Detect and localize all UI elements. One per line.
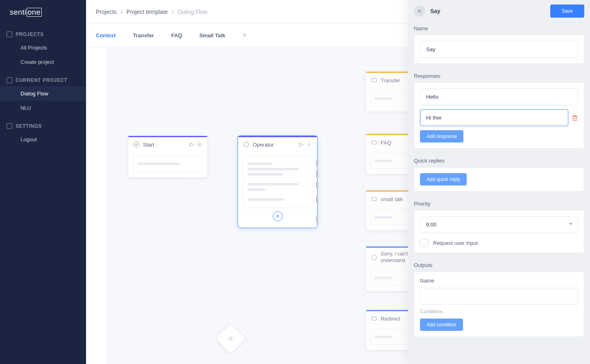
breadcrumb-sep: / [121, 9, 123, 15]
svg-point-23 [134, 142, 139, 147]
svg-rect-32 [372, 197, 377, 201]
output-name-input[interactable] [420, 288, 578, 305]
svg-point-27 [244, 142, 249, 147]
chat-icon [243, 141, 250, 148]
node-title: Transfer [381, 77, 400, 84]
play-small-icon[interactable] [298, 142, 304, 147]
chat-icon [371, 254, 377, 261]
placeholder [138, 163, 180, 165]
node-operator[interactable]: Operator + [238, 136, 318, 228]
checkbox-icon[interactable] [420, 239, 428, 247]
name-label: Name [408, 22, 590, 35]
tab-faq[interactable]: FAQ [171, 24, 182, 47]
add-button[interactable]: + [273, 211, 283, 221]
nav-header-projects: PROJECTS [0, 28, 86, 41]
placeholder [374, 216, 392, 219]
placeholder [247, 188, 266, 191]
svg-marker-28 [300, 142, 303, 146]
placeholder [247, 168, 299, 170]
properties-panel: ✕ Say Save Name Responses Add response Q… [408, 0, 590, 364]
breadcrumb: Projects / Project template / Dialog Flo… [96, 9, 208, 15]
svg-point-33 [372, 255, 377, 260]
nav-item-logout[interactable]: Logout [0, 132, 86, 147]
gear-small-icon[interactable] [306, 142, 312, 147]
node-start[interactable]: Start [128, 136, 208, 178]
placeholder [247, 163, 272, 165]
tab-add[interactable]: + [243, 31, 247, 40]
add-condition-button[interactable]: Add condition [420, 319, 463, 331]
node-header: Start [128, 137, 207, 152]
node-condition[interactable] [215, 323, 246, 354]
conditions-label: Conditions [420, 309, 578, 314]
breadcrumb-sep: / [172, 9, 174, 15]
add-quick-reply-button[interactable]: Add quick reply [420, 173, 467, 185]
node-body: + [238, 152, 317, 228]
placeholder [247, 198, 284, 201]
priority-label: Priority [408, 197, 590, 210]
close-button[interactable]: ✕ [414, 5, 425, 17]
name-card [414, 35, 584, 64]
output-port[interactable] [316, 160, 318, 166]
responses-label: Responses [408, 70, 590, 82]
quick-replies-label: Quick replies [408, 154, 590, 167]
outputs-label: Outputs [408, 259, 590, 271]
svg-point-26 [199, 144, 200, 145]
gear-small-icon[interactable] [197, 142, 202, 147]
save-button[interactable]: Save [550, 5, 584, 18]
name-input[interactable] [420, 41, 578, 58]
nav-header-settings: SETTINGS [0, 120, 86, 132]
response-input[interactable] [420, 88, 578, 105]
nav-header-label: PROJECTS [16, 32, 44, 37]
trash-icon[interactable] [572, 115, 578, 121]
outputs-name-label: Name [420, 278, 578, 284]
quick-replies-card: Add quick reply [414, 167, 584, 192]
tab-context[interactable]: Context [96, 24, 116, 47]
nav-header-label: CURRENT PROJECT [16, 77, 67, 83]
add-response-button[interactable]: Add response [420, 130, 463, 142]
node-title: Start [143, 142, 154, 148]
svg-marker-25 [190, 142, 193, 146]
panel-title: Say [430, 8, 440, 14]
nav-item-dialog-flow[interactable]: Dialog Flow [0, 86, 86, 101]
priority-select[interactable] [420, 216, 578, 233]
panel-header: ✕ Say Save [408, 0, 590, 22]
node-title: Operator [253, 142, 274, 148]
folder-icon [7, 32, 12, 37]
node-header: Operator [238, 137, 317, 152]
card-icon [371, 315, 377, 322]
node-title: FAQ [381, 140, 391, 146]
nav-item-create-project[interactable]: Create project [0, 55, 86, 69]
breadcrumb-root[interactable]: Projects [96, 9, 117, 15]
tab-small-talk[interactable]: Small Talk [199, 24, 225, 47]
response-row [420, 109, 578, 126]
output-port[interactable] [316, 216, 318, 222]
nav-item-nlu[interactable]: NLU [0, 101, 86, 115]
svg-rect-30 [372, 79, 377, 82]
logo: sentione [0, 0, 86, 23]
output-port[interactable] [316, 171, 318, 177]
nav-item-all-projects[interactable]: All Projects [0, 41, 86, 55]
tab-transfer[interactable]: Transfer [133, 24, 154, 47]
outputs-card: Name Conditions Add condition [414, 271, 584, 337]
output-port[interactable] [316, 197, 318, 203]
breadcrumb-project[interactable]: Project template [126, 9, 168, 15]
card-icon [371, 139, 377, 146]
response-input-active[interactable] [420, 109, 568, 126]
card-icon [371, 196, 377, 202]
node-title: Redirect [381, 316, 400, 322]
left-sidebar: sentione PROJECTS All Projects Create pr… [0, 0, 86, 364]
nav-header-label: SETTINGS [16, 123, 42, 129]
connectors [107, 47, 229, 109]
request-input-label: Request user input [433, 240, 478, 246]
svg-marker-24 [136, 143, 138, 145]
play-small-icon[interactable] [188, 142, 194, 147]
placeholder [247, 173, 284, 176]
output-port[interactable] [316, 182, 318, 188]
nav-section-projects: PROJECTS All Projects Create project [0, 28, 86, 69]
logo-prefix: senti [10, 8, 27, 16]
nav-section-current: CURRENT PROJECT Dialog Flow NLU [0, 74, 86, 115]
request-input-row[interactable]: Request user input [420, 239, 578, 247]
svg-rect-34 [372, 317, 377, 320]
folder-icon [7, 77, 12, 83]
svg-point-29 [309, 144, 310, 145]
